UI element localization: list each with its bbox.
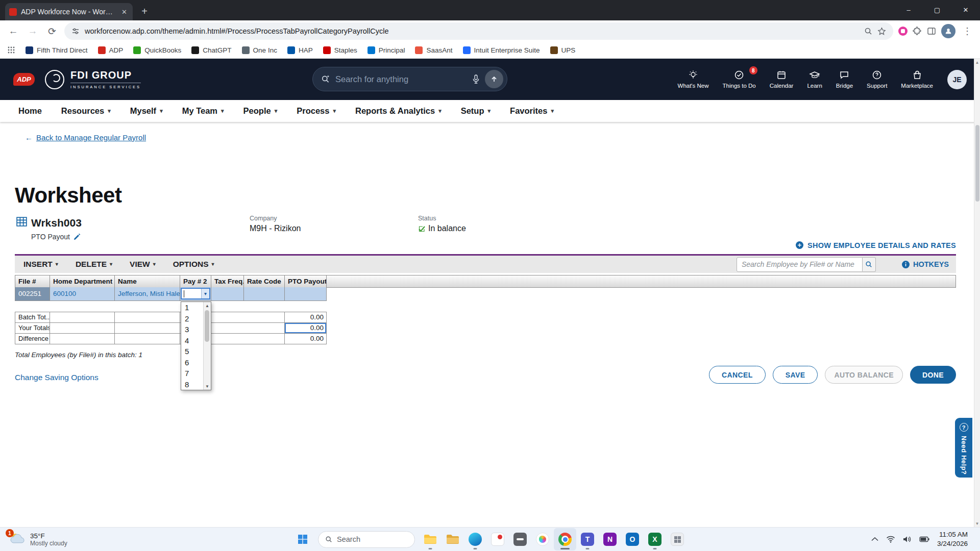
scroll-up-icon[interactable]: ▲ (204, 302, 211, 309)
view-menu[interactable]: VIEW (130, 260, 156, 269)
employee-search-input[interactable] (737, 257, 863, 272)
edge-button[interactable] (464, 528, 486, 550)
onenote-button[interactable] (599, 528, 621, 550)
employee-search-button[interactable] (863, 257, 876, 272)
window-minimize-button[interactable]: – (894, 0, 923, 19)
back-to-manage-payroll-link[interactable]: ← Back to Manage Regular Payroll (25, 133, 146, 142)
teams-button[interactable] (576, 528, 599, 550)
site-settings-icon[interactable] (71, 27, 80, 35)
cell-pto-payout[interactable] (285, 287, 327, 301)
copilot-button[interactable] (531, 528, 554, 550)
bookmark-ups[interactable]: UPS (550, 46, 576, 54)
apps-grid-icon[interactable] (7, 46, 15, 54)
adp-logo[interactable]: ADP (13, 73, 35, 86)
cell-employee-name[interactable]: Jefferson, Misti Hale (115, 287, 180, 301)
bookmark-hap[interactable]: HAP (287, 46, 313, 54)
bookmark-saasant[interactable]: SaasAnt (415, 46, 452, 54)
pay2-combobox-caret-button[interactable] (201, 289, 209, 298)
start-button[interactable] (291, 528, 314, 550)
forward-button[interactable]: → (26, 26, 40, 37)
chrome-menu-icon[interactable]: ⋮ (961, 26, 974, 37)
nav-item-resources[interactable]: Resources (61, 106, 111, 116)
dropdown-option-4[interactable]: 4 (181, 335, 203, 346)
browser-tab[interactable]: ADP Workforce Now - Workshe... ✕ (5, 3, 133, 20)
calendar-button[interactable]: Calendar (770, 70, 794, 89)
voice-search-icon[interactable] (472, 74, 480, 84)
side-panel-icon[interactable] (927, 27, 936, 36)
change-saving-options-link[interactable]: Change Saving Options (15, 373, 99, 382)
edit-pencil-icon[interactable] (74, 233, 81, 240)
taskbar-clock[interactable]: 11:05 AM 3/24/2026 (937, 530, 968, 548)
dropdown-option-5[interactable]: 5 (181, 346, 203, 357)
bookmark-staples[interactable]: Staples (323, 46, 357, 54)
pay2-combobox-input[interactable] (182, 289, 201, 298)
done-button[interactable]: DONE (910, 366, 956, 384)
nav-item-home[interactable]: Home (18, 106, 42, 116)
reload-button[interactable]: ⟳ (45, 26, 59, 37)
bookmark-quickbooks[interactable]: QuickBooks (133, 46, 181, 54)
scrollbar-thumb[interactable] (975, 125, 979, 202)
save-button[interactable]: SAVE (773, 366, 818, 384)
nav-item-people[interactable]: People (243, 106, 278, 116)
global-search-input[interactable] (335, 74, 467, 84)
nav-item-my-team[interactable]: My Team (182, 106, 224, 116)
bookmark-adp[interactable]: ADP (98, 46, 124, 54)
tab-close-icon[interactable]: ✕ (120, 8, 129, 16)
search-submit-button[interactable] (485, 70, 503, 88)
wifi-icon[interactable] (886, 536, 895, 543)
weather-widget[interactable]: 1 35°F Mostly cloudy (5, 528, 71, 551)
things-to-do-button[interactable]: 8 Things to Do (723, 70, 756, 89)
your-totals-value[interactable]: 0.00 (285, 323, 327, 334)
volume-icon[interactable] (903, 536, 912, 543)
app-grid-button[interactable] (666, 528, 689, 550)
support-button[interactable]: Support (867, 70, 887, 89)
dropdown-scroll-thumb[interactable] (205, 310, 209, 342)
nav-item-favorites[interactable]: Favorites (510, 106, 554, 116)
whats-new-button[interactable]: What's New (678, 70, 709, 89)
file-explorer-button[interactable] (419, 528, 442, 550)
profile-avatar[interactable] (941, 24, 955, 38)
scroll-down-icon[interactable]: ▼ (204, 383, 211, 390)
scrollbar-down-icon[interactable]: ▼ (974, 520, 980, 527)
battery-icon[interactable] (919, 536, 929, 542)
insert-menu[interactable]: INSERT (23, 260, 58, 269)
taskbar-search[interactable] (318, 531, 415, 548)
scrollbar-up-icon[interactable]: ▲ (974, 59, 980, 66)
bookmark-principal[interactable]: Principal (368, 46, 405, 54)
extensions-puzzle-icon[interactable] (913, 27, 922, 36)
cell-file-number[interactable]: 002251 (15, 287, 50, 301)
window-close-button[interactable]: ✕ (951, 0, 980, 19)
bookmark-star-icon[interactable] (877, 27, 886, 36)
new-tab-button[interactable]: + (137, 4, 152, 19)
outlook-button[interactable] (621, 528, 644, 550)
column-header-name[interactable]: Name (115, 276, 180, 287)
pay2-combobox[interactable] (181, 288, 210, 299)
cell-home-department[interactable]: 600100 (50, 287, 115, 301)
dropdown-option-1[interactable]: 1 (181, 302, 203, 313)
dropdown-scroll-track[interactable] (204, 309, 211, 383)
show-employee-details-link[interactable]: SHOW EMPLOYEE DETAILS AND RATES (795, 241, 956, 249)
bridge-button[interactable]: Bridge (836, 70, 853, 89)
bookmark-one-inc[interactable]: One Inc (242, 46, 277, 54)
cancel-button[interactable]: CANCEL (709, 366, 766, 384)
gray-app-button[interactable] (509, 528, 531, 550)
pinned-extension-icon[interactable] (898, 27, 908, 36)
taskbar-search-input[interactable] (337, 535, 398, 543)
nav-item-process[interactable]: Process (297, 106, 336, 116)
dropdown-option-2[interactable]: 2 (181, 313, 203, 324)
nav-item-setup[interactable]: Setup (461, 106, 491, 116)
company-logo[interactable]: FDI GROUP INSURANCE SERVICES (45, 69, 141, 89)
folder-button[interactable] (442, 528, 464, 550)
app-with-notification-button[interactable] (486, 528, 509, 550)
column-header-home-department[interactable]: Home Department (50, 276, 115, 287)
user-avatar[interactable]: JE (947, 70, 967, 89)
bookmark-intuit[interactable]: Intuit Enterprise Suite (463, 46, 540, 54)
column-header-pto-payout[interactable]: PTO Payout... (285, 276, 327, 287)
marketplace-button[interactable]: Marketplace (901, 70, 933, 89)
zoom-icon[interactable] (864, 27, 872, 35)
dropdown-option-8[interactable]: 8 (181, 379, 203, 390)
tray-chevron-icon[interactable] (871, 537, 878, 541)
auto-balance-button[interactable]: AUTO BALANCE (825, 366, 903, 384)
url-bar[interactable]: workforcenow.adp.com/theme/admin.html#/P… (64, 22, 893, 40)
window-maximize-button[interactable]: ▢ (923, 0, 951, 19)
